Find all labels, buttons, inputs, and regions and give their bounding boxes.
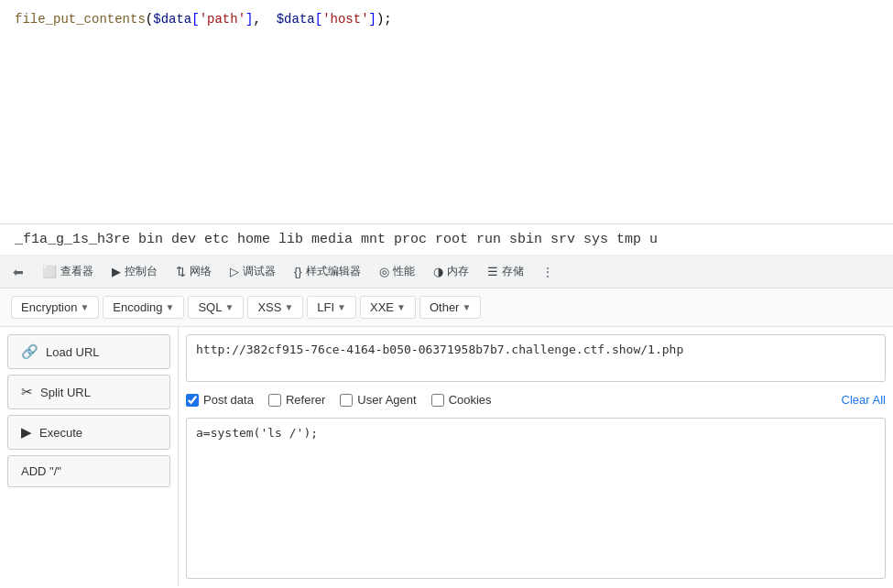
cookies-checkbox[interactable]: Cookies (431, 393, 492, 407)
url-input[interactable]: http://382cf915-76ce-4164-b050-06371958b… (186, 334, 886, 382)
split-url-button[interactable]: ✂ Split URL (7, 375, 170, 409)
filter-encryption[interactable]: Encryption ▼ (11, 296, 99, 319)
style-editor-icon: {} (294, 265, 302, 278)
filter-sql[interactable]: SQL ▼ (188, 296, 244, 319)
inspector-icon: ⬜ (42, 265, 57, 278)
tab-style-editor[interactable]: {} 样式编辑器 (285, 257, 370, 287)
execute-button[interactable]: ▶ Execute (7, 415, 170, 450)
referer-input[interactable] (268, 394, 281, 407)
storage-icon: ☰ (487, 265, 498, 278)
tab-console[interactable]: ▶ 控制台 (103, 257, 167, 287)
filter-bar: Encryption ▼ Encoding ▼ SQL ▼ XSS ▼ LFI … (0, 289, 893, 327)
tab-performance[interactable]: ◎ 性能 (370, 257, 424, 287)
lfi-arrow-icon: ▼ (337, 302, 346, 312)
post-data-input[interactable] (186, 394, 199, 407)
filter-xss[interactable]: XSS ▼ (247, 296, 303, 319)
encoding-arrow-icon: ▼ (166, 302, 175, 312)
sql-arrow-icon: ▼ (224, 302, 234, 312)
encryption-arrow-icon: ▼ (80, 302, 89, 312)
code-line-1: file_put_contents($data['path'], $data['… (15, 9, 878, 29)
devtools-toolbar: ⬅ ⬜ 查看器 ▶ 控制台 ⇅ 网络 ▷ 调试器 {} 样式编辑器 ◎ 性能 ◑… (0, 256, 893, 289)
console-icon: ▶ (112, 265, 121, 278)
referer-checkbox[interactable]: Referer (268, 393, 325, 407)
cookies-input[interactable] (431, 394, 444, 407)
network-icon: ⇅ (176, 265, 186, 278)
tab-debugger[interactable]: ▷ 调试器 (221, 257, 285, 287)
post-data-checkbox[interactable]: Post data (186, 393, 254, 407)
tab-storage[interactable]: ☰ 存储 (478, 257, 533, 287)
load-url-icon: 🔗 (21, 343, 38, 360)
hackbar-main: 🔗 Load URL ✂ Split URL ▶ Execute ADD "/"… (0, 327, 893, 586)
tab-memory[interactable]: ◑ 内存 (424, 257, 478, 287)
code-input[interactable]: a=system('ls /'); (186, 418, 886, 579)
checkbox-row: Post data Referer User Agent Cookies Cle… (186, 389, 886, 410)
filter-lfi[interactable]: LFI ▼ (307, 296, 356, 319)
clear-all-button[interactable]: Clear All (842, 393, 886, 407)
devtools-more-btn[interactable]: ⋮ (533, 257, 562, 287)
directory-output: _f1a_g_1s_h3re bin dev etc home lib medi… (0, 224, 893, 256)
hackbar-panel: Encryption ▼ Encoding ▼ SQL ▼ XSS ▼ LFI … (0, 289, 893, 586)
code-area: file_put_contents($data['path'], $data['… (0, 0, 893, 224)
hackbar-right: http://382cf915-76ce-4164-b050-06371958b… (179, 327, 893, 586)
load-url-button[interactable]: 🔗 Load URL (7, 334, 170, 369)
devtools-back-btn[interactable]: ⬅ (4, 257, 33, 287)
xss-arrow-icon: ▼ (284, 302, 293, 312)
tab-network[interactable]: ⇅ 网络 (167, 257, 221, 287)
filter-other[interactable]: Other ▼ (419, 296, 481, 319)
tab-inspector[interactable]: ⬜ 查看器 (33, 257, 103, 287)
performance-icon: ◎ (379, 265, 389, 278)
hackbar-sidebar: 🔗 Load URL ✂ Split URL ▶ Execute ADD "/" (0, 327, 179, 586)
filter-xxe[interactable]: XXE ▼ (360, 296, 416, 319)
split-url-icon: ✂ (21, 384, 33, 400)
user-agent-checkbox[interactable]: User Agent (340, 393, 416, 407)
user-agent-input[interactable] (340, 394, 353, 407)
memory-icon: ◑ (433, 265, 443, 278)
debugger-icon: ▷ (230, 265, 239, 278)
execute-icon: ▶ (21, 424, 32, 441)
add-slash-button[interactable]: ADD "/" (7, 455, 170, 487)
code-function: file_put_contents (15, 12, 146, 27)
filter-encoding[interactable]: Encoding ▼ (103, 296, 184, 319)
xxe-arrow-icon: ▼ (397, 302, 406, 312)
other-arrow-icon: ▼ (462, 302, 471, 312)
